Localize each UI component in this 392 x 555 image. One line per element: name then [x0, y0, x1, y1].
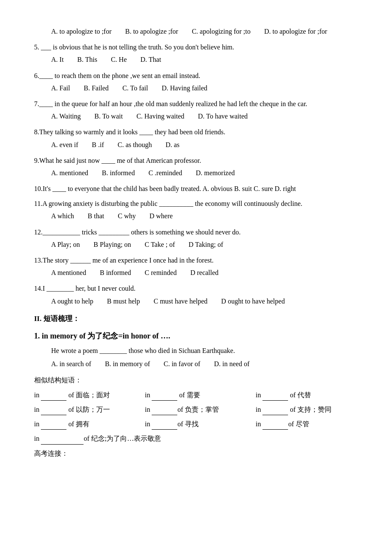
q5-option-c: C. He [111, 54, 127, 65]
q7-option-d: D. To have waited [198, 110, 248, 122]
q11-option-d: D where [150, 210, 173, 222]
q9-option-d: D. memorized [196, 167, 235, 179]
q7-option-c: C. Having waited [136, 110, 184, 122]
q5-option-b: B. This [77, 54, 97, 65]
blank-5 [152, 403, 177, 415]
q4-option-b: B. to apologize ;for [125, 26, 178, 37]
blank-2 [152, 389, 177, 401]
q8-text: 8.They talking so warmly and it looks __… [34, 126, 366, 138]
q11-option-a: A which [51, 210, 74, 222]
blank-8 [152, 418, 177, 430]
phrase1-option-d: D. in need of [214, 358, 250, 370]
phrase-grid-item-7: in of 拥有 [34, 417, 145, 430]
q9-options-row: A. mentioned B. informed C .reminded D. … [34, 167, 366, 179]
q6-text: 6.____ to reach them on the phone ,we se… [34, 70, 366, 81]
q6-option-c: C. To fail [122, 82, 148, 94]
q5-options-row: A. It B. This C. He D. That [34, 54, 366, 65]
phrase1-option-a: A. in search of [51, 358, 91, 370]
q6-option-b: B. Failed [84, 82, 109, 94]
q9-text: 9.What he said just now ____ me of that … [34, 155, 366, 166]
question-9: 9.What he said just now ____ me of that … [34, 155, 366, 179]
q13-text: 13.The story ______ me of an experience … [34, 254, 366, 266]
q5-option-a: A. It [51, 54, 63, 65]
phrase-grid-item-10: in of 纪念;为了向…表示敬意 [34, 432, 366, 445]
blank-4 [41, 403, 66, 415]
question-10: 10.It's ____ to everyone that the child … [34, 183, 366, 194]
q8-option-d: D. as [165, 139, 179, 150]
blank-7 [41, 418, 66, 430]
q4-option-c: C. apologizing for ;to [192, 26, 251, 37]
q7-options-row: A. Waiting B. To wait C. Having waited D… [34, 110, 366, 122]
phrase-grid-item-2: in of 需要 [145, 388, 256, 401]
phrase-grid-item-1: in of 面临；面对 [34, 388, 145, 401]
phrase-grid-item-4: in of 以防；万一 [34, 403, 145, 416]
q6-option-a: A. Fail [51, 82, 70, 94]
question-4-options: A. to apologize to ;for B. to apologize … [34, 26, 366, 37]
similar-label: 相似结构短语： [34, 374, 366, 386]
q12-option-d: D Taking; of [189, 239, 223, 250]
blank-3 [262, 389, 288, 401]
phrase1-option-b: B. in memory of [105, 358, 150, 370]
q7-option-b: B. To wait [95, 110, 123, 122]
blank-6 [262, 403, 288, 415]
q8-option-a: A. even if [51, 139, 78, 150]
phrase1-option-c: C. in favor of [164, 358, 200, 370]
q10-text: 10.It's ____ to everyone that the child … [34, 183, 366, 194]
q11-options-row: A which B that C why D where [34, 210, 366, 222]
q14-option-b: B must help [107, 295, 140, 307]
q12-option-c: C Take ; of [145, 239, 175, 250]
q8-option-b: B .if [92, 139, 104, 150]
blank-10 [41, 432, 84, 444]
q14-text: 14.I ________ her, but I never could. [34, 283, 366, 294]
phrase-grid-item-5: in of 负责；掌管 [145, 403, 256, 416]
question-12: 12.___________ tricks _________ others i… [34, 226, 366, 250]
q4-options-row: A. to apologize to ;for B. to apologize … [34, 26, 366, 37]
question-13: 13.The story ______ me of an experience … [34, 254, 366, 278]
section2-header: II. 短语梳理： [34, 313, 366, 325]
q13-option-c: C reminded [145, 267, 177, 278]
question-8: 8.They talking so warmly and it looks __… [34, 126, 366, 150]
q14-option-a: A ought to help [51, 295, 93, 307]
phrase-grid-item-3: in of 代替 [256, 388, 366, 401]
blank-9 [262, 418, 288, 430]
q7-option-a: A. Waiting [51, 110, 81, 122]
question-14: 14.I ________ her, but I never could. A … [34, 283, 366, 306]
q6-option-d: D. Having failed [161, 82, 207, 94]
q14-option-d: D ought to have helped [221, 295, 285, 307]
phrase1-title: 1. in memory of 为了纪念=in honor of …. [34, 330, 366, 343]
q7-text: 7.____ in the queue for half an hour ,th… [34, 98, 366, 110]
q9-option-b: B. informed [102, 167, 135, 179]
q5-option-d: D. That [140, 54, 161, 65]
q12-text: 12.___________ tricks _________ others i… [34, 226, 366, 238]
q13-option-a: A mentioned [51, 267, 86, 278]
phrase1-options-row: A. in search of B. in memory of C. in fa… [34, 358, 366, 370]
q11-text: 11.A growing anxiety is disturbing the p… [34, 198, 366, 209]
q9-option-a: A. mentioned [51, 167, 88, 179]
q14-options-row: A ought to help B must help C must have … [34, 295, 366, 307]
phrase-grid: in of 面临；面对 in of 需要 in of 代替 in of 以防；万… [34, 388, 366, 445]
gaokao-label: 高考连接： [34, 448, 366, 459]
phrase-grid-item-9: in of 尽管 [256, 417, 366, 430]
q9-option-c: C .reminded [148, 167, 182, 179]
q4-option-d: D. to apologize for ;for [264, 26, 327, 37]
q12-option-a: A Play; on [51, 239, 80, 250]
q14-option-c: C must have helped [153, 295, 208, 307]
question-7: 7.____ in the queue for half an hour ,th… [34, 98, 366, 122]
q4-option-a: A. to apologize to ;for [51, 26, 112, 37]
q12-options-row: A Play; on B Playing; on C Take ; of D T… [34, 239, 366, 250]
question-11: 11.A growing anxiety is disturbing the p… [34, 198, 366, 222]
q13-option-d: D recalled [190, 267, 219, 278]
q6-options-row: A. Fail B. Failed C. To fail D. Having f… [34, 82, 366, 94]
phrase-grid-item-6: in of 支持；赞同 [256, 403, 366, 416]
question-5: 5. ___ is obvious that he is not telling… [34, 41, 366, 65]
q11-option-b: B that [88, 210, 104, 222]
phrase1-example: He wrote a poem ________ those who died … [34, 345, 366, 356]
q13-options-row: A mentioned B informed C reminded D reca… [34, 267, 366, 278]
q11-option-c: C why [118, 210, 135, 222]
question-6: 6.____ to reach them on the phone ,we se… [34, 70, 366, 94]
q5-text: 5. ___ is obvious that he is not telling… [34, 41, 366, 53]
blank-1 [41, 389, 66, 401]
q13-option-b: B informed [100, 267, 131, 278]
q8-option-c: C. as though [118, 139, 152, 150]
q12-option-b: B Playing; on [94, 239, 131, 250]
